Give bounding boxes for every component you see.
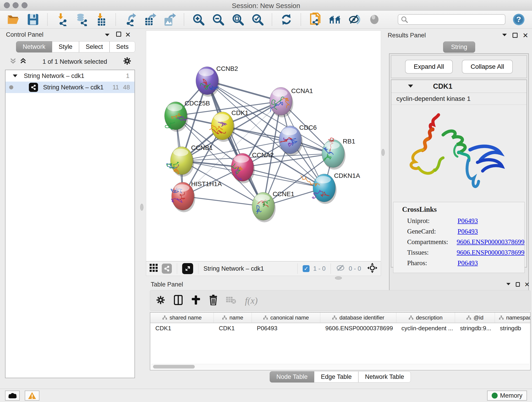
table-cell[interactable]: stringdb:9... [455,325,495,332]
network-node-ccna1[interactable] [270,87,293,117]
collapse-all-chevron-icon[interactable] [10,58,17,65]
table-row[interactable]: CDK1CDK1P064939606.ENSP00000378699cyclin… [150,323,530,333]
network-node-rb1[interactable] [322,138,346,170]
memory-button[interactable]: Memory [487,390,527,401]
horizontal-scrollbar[interactable] [151,364,529,369]
network-node-cdkn1a[interactable] [301,174,337,204]
control-panel-menu-icon[interactable] [104,32,110,38]
network-node-ccnb2[interactable] [196,67,220,97]
fit-selected-crosshair-icon[interactable] [367,263,378,275]
table-cell[interactable]: 9606.ENSP00000378699 [320,325,396,332]
hidden-eye-icon[interactable] [336,264,345,273]
table-cell[interactable]: stringdb [495,325,531,332]
table-cell[interactable]: cyclin-dependent ... [396,325,455,332]
save-session-icon[interactable] [27,13,39,26]
crosslink-link[interactable]: P06493 [457,228,478,235]
section-collapse-icon[interactable] [407,84,414,89]
left-splitter-handle[interactable] [140,204,143,211]
node-label-cdc6: CDC6 [299,124,317,131]
protein-structure-image [391,105,526,201]
footer-separator [177,263,177,274]
column-header-description[interactable]: description [396,313,455,323]
hierarchy-icon [499,315,504,320]
selected-checkbox-icon[interactable]: ✓ [303,265,310,272]
open-session-icon[interactable] [7,13,20,26]
show-columns-icon[interactable] [174,295,183,306]
network-node-cdk1[interactable] [210,112,235,142]
network-collection-row[interactable]: String Network – cdk1 1 [6,70,134,82]
export-network-icon[interactable] [124,13,137,26]
import-network-icon[interactable] [56,13,68,26]
table-cell[interactable]: CDK1 [214,325,252,332]
export-table-icon[interactable] [143,13,156,26]
tab-node-table[interactable]: Node Table [270,371,314,383]
eye-icon[interactable] [368,13,381,26]
help-icon[interactable]: ? [512,13,525,26]
warning-button[interactable] [25,390,39,401]
tab-edge-table[interactable]: Edge Table [314,371,358,383]
tab-select[interactable]: Select [79,41,109,52]
column-header-name[interactable]: name [214,313,252,323]
scrollbar-thumb[interactable] [153,365,195,369]
delete-column-icon[interactable] [209,295,217,306]
control-panel-float-icon[interactable] [116,32,121,37]
table-cell[interactable]: CDK1 [150,325,214,332]
column-header-shared-name[interactable]: shared name [150,313,214,323]
grid-view-icon[interactable] [149,264,158,274]
network-node-ccne1[interactable] [252,192,276,222]
tab-style[interactable]: Style [52,41,79,52]
refresh-layout-icon[interactable] [280,13,293,26]
network-list: String Network – cdk1 1 String Network –… [5,70,135,378]
zoom-in-icon[interactable] [192,13,205,26]
table-options-gear-icon[interactable] [156,295,165,306]
network-row-selected[interactable]: String Network – cdk1 11 48 [6,82,134,93]
column-header--id[interactable]: @id [455,313,495,323]
column-header-namespac[interactable]: namespac [495,313,531,323]
expand-all-button[interactable]: Expand All [405,60,453,74]
tree-expand-icon[interactable] [12,72,18,80]
network-node-ccna2[interactable] [231,153,255,183]
gene-section-header[interactable]: CDK1 [391,80,526,93]
column-header-canonical-name[interactable]: canonical name [252,313,320,323]
table-cell[interactable]: P06493 [252,325,320,332]
bottom-splitter-handle[interactable] [335,276,342,280]
birdseye-share-icon[interactable] [162,264,172,274]
collapse-all-button[interactable]: Collapse All [462,60,513,74]
network-canvas[interactable]: CCNB2CCNA1CDC25BCDK1CDC6RB1CCNB1CCNA2CDK… [146,31,381,261]
tab-sets[interactable]: Sets [109,41,135,52]
results-panel-close-icon[interactable]: ✕ [523,32,528,39]
hide-show-icon[interactable] [348,13,361,26]
node-table[interactable]: shared namenamecanonical namedatabase id… [150,312,531,370]
network-node-ccnb1[interactable] [167,147,194,177]
table-panel-close-icon[interactable]: ✕ [525,281,530,288]
crosslink-link[interactable]: P06493 [457,259,478,267]
column-header-database-identifier[interactable]: database identifier [320,313,396,323]
zoom-fit-icon[interactable] [231,13,244,26]
table-panel-float-icon[interactable] [516,282,520,287]
cloud-button[interactable] [5,390,20,401]
zoom-selected-icon[interactable] [251,13,264,26]
crosslink-link[interactable]: P06493 [457,217,478,225]
crosslink-link[interactable]: 9606.ENSP00000378699 [457,249,525,256]
tab-string[interactable]: String [443,41,475,53]
add-column-icon[interactable] [191,295,201,306]
export-image-icon[interactable] [163,13,176,26]
results-panel-float-icon[interactable] [513,33,518,38]
zoom-out-icon[interactable] [212,13,225,26]
import-table-icon[interactable] [95,13,108,26]
network-options-gear-icon[interactable] [123,57,131,66]
detach-view-icon[interactable] [182,263,193,274]
homes-icon[interactable] [329,13,341,26]
import-database-icon[interactable] [75,13,88,26]
right-splitter-handle[interactable] [381,149,385,156]
crosslink-link[interactable]: 9606.ENSP00000378699 [457,238,525,246]
network-file-icon[interactable] [309,13,322,26]
search-input[interactable] [410,16,497,23]
expand-all-chevron-icon[interactable] [20,58,27,65]
tab-network-table[interactable]: Network Table [358,371,411,383]
table-panel-menu-icon[interactable] [506,282,511,287]
tab-network[interactable]: Network [16,41,52,52]
control-panel-close-icon[interactable]: ✕ [125,31,131,39]
node-count: 11 [113,84,119,91]
results-panel-menu-icon[interactable] [501,32,507,38]
